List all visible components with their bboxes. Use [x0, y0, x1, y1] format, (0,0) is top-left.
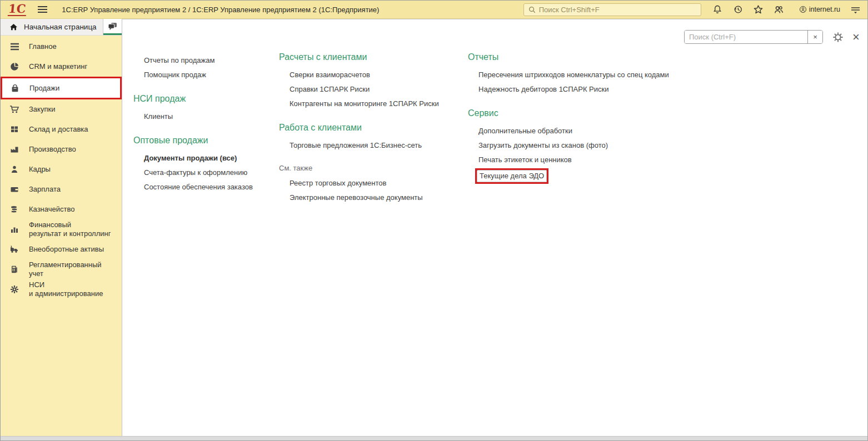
home-icon — [9, 23, 18, 32]
panel-search-input[interactable] — [685, 31, 807, 43]
link-order-fulfillment-status[interactable]: Состояние обеспечения заказов — [144, 180, 272, 194]
1c-logo: 1С — [8, 3, 28, 16]
service-menu-icon[interactable] — [850, 5, 861, 14]
coins-icon — [9, 205, 20, 214]
main-menu-icon[interactable] — [38, 6, 47, 13]
link-reconciliations[interactable]: Сверки взаиморасчетов — [290, 68, 468, 82]
app-window: 1С 1С:ERP Управление предприятием 2 / 1С… — [0, 0, 868, 441]
link-invoices-to-issue[interactable]: Счета-фактуры к оформлению — [144, 166, 272, 180]
group-header-wholesale[interactable]: Оптовые продажи — [133, 135, 272, 146]
link-electronic-transport-docs[interactable]: Электронные перевозочные документы — [290, 191, 468, 205]
panel-column-1: Отчеты по продажам Помощник продаж НСИ п… — [133, 52, 272, 194]
sales-section-panel: × × Отчеты по продажам Помощник продаж Н… — [122, 19, 867, 436]
sidebar-item-admin[interactable]: НСИ и администрирование — [1, 279, 122, 299]
global-search-box[interactable] — [523, 3, 701, 16]
history-icon[interactable] — [732, 4, 744, 15]
shopping-bag-icon — [9, 84, 21, 93]
link-load-documents-from-scans[interactable]: Загрузить документы из сканов (фото) — [478, 138, 707, 153]
current-user[interactable]: internet.ru — [799, 6, 840, 13]
tab-home-label: Начальная страница — [24, 23, 97, 31]
window-title: 1С:ERP Управление предприятием 2 / 1С:ER… — [62, 6, 379, 14]
tab-strip: Начальная страница — [1, 19, 122, 36]
tab-home-page[interactable]: Начальная страница — [1, 19, 103, 35]
sidebar-item-production[interactable]: Производство — [1, 139, 122, 159]
link-barcode-intersections[interactable]: Пересечения штрихкодов номенклатуры со с… — [478, 68, 707, 82]
sidebar-item-warehouse[interactable]: Склад и доставка — [1, 119, 122, 139]
link-sales-documents-all[interactable]: Документы продажи (все) — [144, 151, 272, 166]
search-icon — [528, 6, 536, 14]
menu-icon — [9, 43, 20, 51]
panel-close-icon[interactable]: × — [852, 33, 860, 42]
link-clients[interactable]: Клиенты — [144, 109, 272, 124]
annotation-box-edo: Текущие дела ЭДО — [475, 168, 548, 184]
sidebar-item-purchases[interactable]: Закупки — [1, 99, 122, 119]
section-sidebar: Главное CRM и маркетинг Продажи Закупки — [1, 36, 122, 436]
sidebar-item-hr[interactable]: Кадры — [1, 159, 122, 179]
sidebar-item-assets[interactable]: Внеоборотные активы — [1, 239, 122, 259]
discussions-icon — [107, 22, 118, 31]
users-icon[interactable] — [774, 4, 785, 15]
user-icon — [799, 6, 807, 13]
link-current-edo-tasks[interactable]: Текущие дела ЭДО — [477, 170, 547, 182]
group-header-reports[interactable]: Отчеты — [468, 52, 707, 63]
panel-search-box[interactable]: × — [684, 30, 823, 44]
warehouse-icon — [9, 125, 20, 134]
link-sales-reports[interactable]: Отчеты по продажам — [144, 53, 272, 68]
calculator-icon — [9, 265, 20, 274]
gear-icon — [9, 285, 20, 294]
star-icon[interactable] — [753, 4, 764, 15]
group-header-nsi-sales[interactable]: НСИ продаж — [133, 93, 272, 104]
group-header-client-settlements[interactable]: Расчеты с клиентами — [279, 52, 468, 63]
panel-column-3: Отчеты Пересечения штрихкодов номенклату… — [468, 52, 707, 184]
user-name-label: internet.ru — [809, 6, 840, 13]
panel-column-2: Расчеты с клиентами Сверки взаиморасчето… — [279, 52, 468, 205]
sidebar-item-sales[interactable]: Продажи — [1, 77, 122, 99]
title-bar: 1С 1С:ERP Управление предприятием 2 / 1С… — [1, 1, 867, 19]
pie-chart-icon — [9, 62, 20, 71]
link-debtor-reliability[interactable]: Надежность дебиторов 1СПАРК Риски — [478, 82, 707, 97]
tab-discussions[interactable] — [103, 19, 122, 35]
shopping-cart-icon — [9, 105, 20, 114]
clear-search-button[interactable]: × — [807, 31, 822, 43]
link-1spark-certificates[interactable]: Справки 1СПАРК Риски — [290, 82, 468, 97]
group-header-service[interactable]: Сервис — [468, 108, 707, 119]
bell-icon[interactable] — [712, 4, 723, 15]
link-trade-documents-register[interactable]: Реестр торговых документов — [290, 176, 468, 191]
wallet-icon — [9, 185, 20, 194]
status-strip — [1, 436, 867, 440]
group-header-see-also: См. также — [279, 164, 468, 172]
bar-chart-icon — [9, 225, 20, 234]
link-additional-processing[interactable]: Дополнительные обработки — [478, 124, 707, 138]
sidebar-item-main[interactable]: Главное — [1, 37, 122, 57]
sidebar-item-finance[interactable]: Финансовый результат и контроллинг — [1, 219, 122, 239]
group-header-client-work[interactable]: Работа с клиентами — [279, 122, 468, 133]
sidebar-item-treasury[interactable]: Казначейство — [1, 199, 122, 219]
factory-icon — [9, 145, 20, 154]
link-trade-offers[interactable]: Торговые предложения 1С:Бизнес-сеть — [290, 138, 468, 153]
truck-icon — [9, 245, 20, 254]
sidebar-item-crm[interactable]: CRM и маркетинг — [1, 57, 122, 77]
panel-toolbar: × × — [684, 30, 860, 44]
person-icon — [9, 165, 20, 174]
link-print-labels[interactable]: Печать этикеток и ценников — [478, 153, 707, 167]
sidebar-item-regulated[interactable]: Регламентированный учет — [1, 259, 122, 279]
panel-settings-gear-icon[interactable] — [832, 32, 844, 43]
sidebar-item-payroll[interactable]: Зарплата — [1, 179, 122, 199]
global-search-input[interactable] — [539, 6, 697, 14]
link-1spark-monitoring[interactable]: Контрагенты на мониторинге 1СПАРК Риски — [290, 97, 468, 111]
link-sales-assistant[interactable]: Помощник продаж — [144, 68, 272, 82]
